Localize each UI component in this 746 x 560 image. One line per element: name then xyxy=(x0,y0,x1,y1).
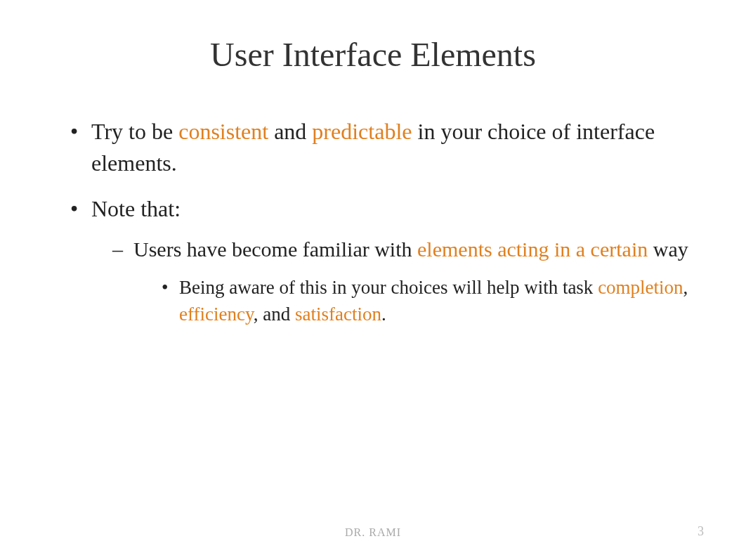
text-segment: Being aware of this in your choices will… xyxy=(179,277,598,298)
bullet-item-2: Note that: Users have become familiar wi… xyxy=(70,193,690,328)
highlight-satisfaction: satisfaction xyxy=(295,304,381,325)
bullet-item-1: Try to be consistent and predictable in … xyxy=(70,116,690,179)
main-bullet-list: Try to be consistent and predictable in … xyxy=(56,116,690,328)
text-segment: Note that: xyxy=(91,196,181,221)
highlight-completion: completion xyxy=(598,277,683,298)
highlight-efficiency: efficiency xyxy=(179,304,254,325)
text-segment: Try to be xyxy=(91,119,178,144)
sub-bullet-list: Being aware of this in your choices will… xyxy=(133,275,690,328)
slide-title: User Interface Elements xyxy=(56,35,690,74)
highlight-consistent: consistent xyxy=(178,119,274,144)
text-segment: , xyxy=(683,277,688,298)
text-segment: Users have become familiar with xyxy=(133,237,417,261)
highlight-elements-acting: elements acting in a certain xyxy=(417,237,653,261)
text-segment: . xyxy=(381,304,386,325)
text-segment: , and xyxy=(254,304,295,325)
text-segment: and xyxy=(274,119,312,144)
dash-list: Users have become familiar with elements… xyxy=(91,235,690,328)
sub-bullet-item-1: Being aware of this in your choices will… xyxy=(162,275,690,328)
page-number: 3 xyxy=(698,524,704,539)
footer-author: DR. RAMI xyxy=(0,526,746,539)
highlight-predictable: predictable xyxy=(312,119,417,144)
dash-item-1: Users have become familiar with elements… xyxy=(112,235,690,328)
text-segment: way xyxy=(653,237,688,261)
